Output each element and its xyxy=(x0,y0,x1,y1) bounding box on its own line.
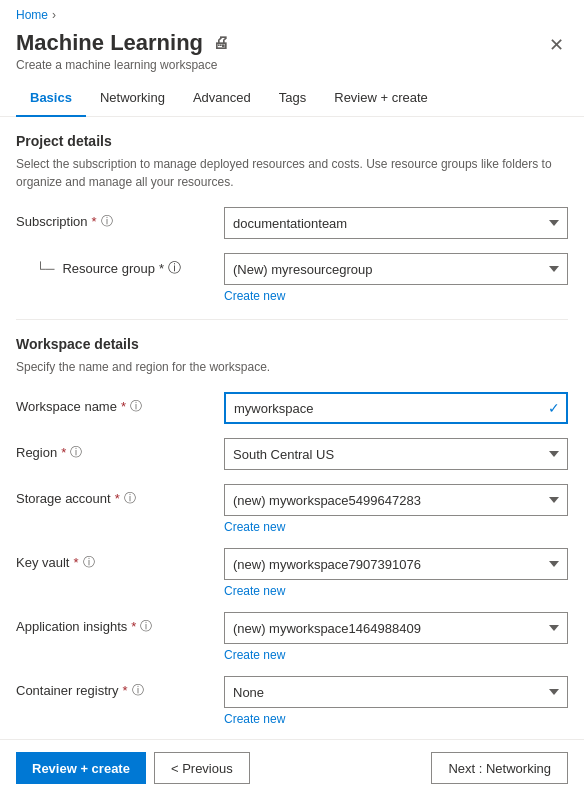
header-left: Machine Learning 🖨 Create a machine lear… xyxy=(16,30,229,72)
storage-account-row: Storage account * ⓘ (new) myworkspace549… xyxy=(16,484,568,534)
resource-group-info-icon[interactable]: ⓘ xyxy=(168,259,181,277)
key-vault-info-icon[interactable]: ⓘ xyxy=(83,554,95,571)
workspace-details-desc: Specify the name and region for the work… xyxy=(16,358,568,376)
storage-account-control: (new) myworkspace5499647283 Create new xyxy=(224,484,568,534)
region-info-icon[interactable]: ⓘ xyxy=(70,444,82,461)
region-label: Region * ⓘ xyxy=(16,438,216,461)
subscription-required: * xyxy=(92,214,97,229)
key-vault-label: Key vault * ⓘ xyxy=(16,548,216,571)
main-content: Project details Select the subscription … xyxy=(0,117,584,796)
app-insights-required: * xyxy=(131,619,136,634)
storage-account-label: Storage account * ⓘ xyxy=(16,484,216,507)
resource-group-control: (New) myresourcegroup Create new xyxy=(224,253,568,303)
subscription-info-icon[interactable]: ⓘ xyxy=(101,213,113,230)
app-insights-select[interactable]: (new) myworkspace1464988409 xyxy=(224,612,568,644)
workspace-name-info-icon[interactable]: ⓘ xyxy=(130,398,142,415)
workspace-name-input[interactable] xyxy=(224,392,568,424)
key-vault-required: * xyxy=(73,555,78,570)
container-registry-label: Container registry * ⓘ xyxy=(16,676,216,699)
footer: Review + create < Previous Next : Networ… xyxy=(0,739,584,796)
subscription-row: Subscription * ⓘ documentationteam xyxy=(16,207,568,239)
close-icon[interactable]: ✕ xyxy=(545,30,568,60)
subscription-label: Subscription * ⓘ xyxy=(16,207,216,230)
tab-basics[interactable]: Basics xyxy=(16,80,86,117)
tab-advanced[interactable]: Advanced xyxy=(179,80,265,117)
page-title: Machine Learning xyxy=(16,30,203,56)
app-insights-control: (new) myworkspace1464988409 Create new xyxy=(224,612,568,662)
previous-button[interactable]: < Previous xyxy=(154,752,250,784)
storage-account-select[interactable]: (new) myworkspace5499647283 xyxy=(224,484,568,516)
project-details-section: Project details Select the subscription … xyxy=(16,133,568,303)
region-control: South Central US xyxy=(224,438,568,470)
storage-create-new[interactable]: Create new xyxy=(224,520,568,534)
region-select[interactable]: South Central US xyxy=(224,438,568,470)
subscription-control: documentationteam xyxy=(224,207,568,239)
container-registry-create-new[interactable]: Create new xyxy=(224,712,568,726)
container-registry-select[interactable]: None xyxy=(224,676,568,708)
workspace-details-title: Workspace details xyxy=(16,336,568,352)
tab-review-create[interactable]: Review + create xyxy=(320,80,442,117)
container-registry-info-icon[interactable]: ⓘ xyxy=(132,682,144,699)
workspace-name-required: * xyxy=(121,399,126,414)
key-vault-control: (new) myworkspace7907391076 Create new xyxy=(224,548,568,598)
project-details-desc: Select the subscription to manage deploy… xyxy=(16,155,568,191)
connector-symbol: └─ xyxy=(36,261,54,276)
breadcrumb-separator: › xyxy=(52,8,56,22)
app-insights-info-icon[interactable]: ⓘ xyxy=(140,618,152,635)
tab-bar: Basics Networking Advanced Tags Review +… xyxy=(0,80,584,117)
app-insights-create-new[interactable]: Create new xyxy=(224,648,568,662)
tab-tags[interactable]: Tags xyxy=(265,80,320,117)
page-title-row: Machine Learning 🖨 xyxy=(16,30,229,56)
workspace-name-label: Workspace name * ⓘ xyxy=(16,392,216,415)
resource-group-required: * xyxy=(159,261,164,276)
breadcrumb: Home › xyxy=(0,0,584,26)
key-vault-create-new[interactable]: Create new xyxy=(224,584,568,598)
workspace-name-check-icon: ✓ xyxy=(548,400,560,416)
workspace-details-section: Workspace details Specify the name and r… xyxy=(16,336,568,726)
project-details-title: Project details xyxy=(16,133,568,149)
review-create-button[interactable]: Review + create xyxy=(16,752,146,784)
workspace-name-control: ✓ xyxy=(224,392,568,424)
resource-group-label: └─ Resource group * ⓘ xyxy=(16,253,216,277)
workspace-name-row: Workspace name * ⓘ ✓ xyxy=(16,392,568,424)
key-vault-row: Key vault * ⓘ (new) myworkspace790739107… xyxy=(16,548,568,598)
key-vault-select[interactable]: (new) myworkspace7907391076 xyxy=(224,548,568,580)
section-divider xyxy=(16,319,568,320)
storage-required: * xyxy=(115,491,120,506)
storage-info-icon[interactable]: ⓘ xyxy=(124,490,136,507)
next-button[interactable]: Next : Networking xyxy=(431,752,568,784)
container-registry-row: Container registry * ⓘ None Create new xyxy=(16,676,568,726)
subscription-select[interactable]: documentationteam xyxy=(224,207,568,239)
resource-group-row: └─ Resource group * ⓘ (New) myresourcegr… xyxy=(16,253,568,303)
resource-group-create-new[interactable]: Create new xyxy=(224,289,568,303)
container-registry-control: None Create new xyxy=(224,676,568,726)
app-insights-label: Application insights * ⓘ xyxy=(16,612,216,635)
resource-group-select[interactable]: (New) myresourcegroup xyxy=(224,253,568,285)
breadcrumb-home[interactable]: Home xyxy=(16,8,48,22)
workspace-name-input-wrap: ✓ xyxy=(224,392,568,424)
region-required: * xyxy=(61,445,66,460)
app-insights-row: Application insights * ⓘ (new) myworkspa… xyxy=(16,612,568,662)
page-subtitle: Create a machine learning workspace xyxy=(16,58,229,72)
container-registry-required: * xyxy=(123,683,128,698)
print-icon[interactable]: 🖨 xyxy=(213,34,229,52)
page-header: Machine Learning 🖨 Create a machine lear… xyxy=(0,26,584,80)
region-row: Region * ⓘ South Central US xyxy=(16,438,568,470)
tab-networking[interactable]: Networking xyxy=(86,80,179,117)
